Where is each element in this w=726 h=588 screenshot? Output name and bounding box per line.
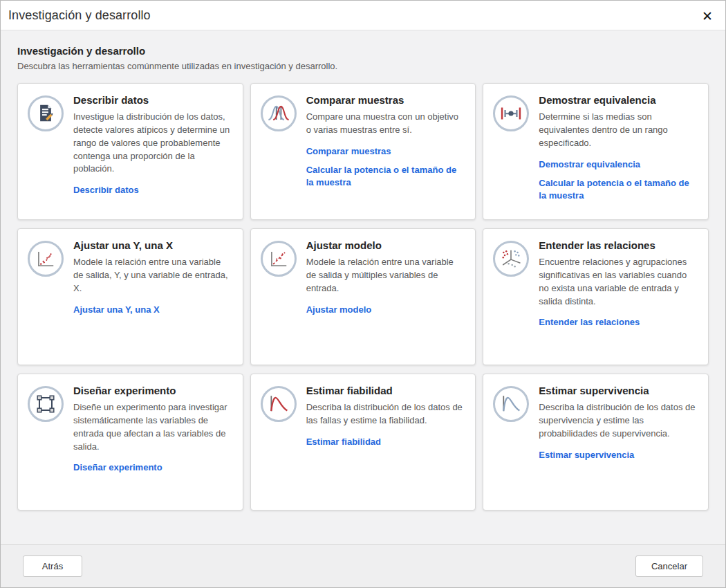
card-body: Demostrar equivalencia Determine si las … — [539, 94, 698, 208]
card-body: Comparar muestras Compare una muestra co… — [306, 94, 466, 195]
card-description: Diseñe un experimento para investigar si… — [73, 401, 233, 453]
card-link[interactable]: Describir datos — [73, 184, 233, 196]
reliability-icon — [261, 386, 297, 422]
research-development-dialog: Investigación y desarrollo ✕ Investigaci… — [0, 0, 726, 588]
back-button[interactable]: Atrás — [23, 555, 82, 577]
card-description: Investigue la distribución de los datos,… — [73, 111, 233, 176]
card-body: Describir datos Investigue la distribuci… — [73, 94, 233, 203]
card-description: Modele la relación entre una variable de… — [73, 256, 233, 295]
compare-samples-icon — [261, 95, 297, 131]
section-title: Investigación y desarrollo — [17, 45, 709, 57]
relationships-icon — [493, 241, 529, 277]
card-link[interactable]: Estimar fiabilidad — [306, 436, 466, 448]
tool-card: Estimar supervivencia Describa la distri… — [483, 374, 709, 511]
card-body: Ajustar modelo Modele la relación entre … — [306, 239, 466, 322]
card-title: Entender las relaciones — [539, 239, 698, 251]
card-description: Modele la relación entre una variable de… — [306, 256, 466, 295]
card-link[interactable]: Ajustar una Y, una X — [73, 304, 233, 316]
card-title: Comparar muestras — [306, 94, 466, 106]
card-description: Describa la distribución de los datos de… — [539, 401, 698, 441]
survival-icon — [493, 386, 529, 422]
card-body: Estimar supervivencia Describa la distri… — [539, 385, 698, 468]
tool-card: Demostrar equivalencia Determine si las … — [483, 83, 709, 220]
card-body: Ajustar una Y, una X Modele la relación … — [73, 239, 233, 322]
card-links: Diseñar experimento — [73, 461, 233, 474]
card-body: Diseñar experimento Diseñe un experiment… — [73, 385, 233, 481]
cancel-button[interactable]: Cancelar — [635, 555, 703, 577]
card-links: Comparar muestrasCalcular la potencia o … — [306, 145, 466, 190]
card-title: Demostrar equivalencia — [539, 94, 698, 106]
card-title: Diseñar experimento — [73, 385, 233, 396]
card-links: Describir datos — [73, 184, 233, 196]
describe-data-icon — [28, 95, 64, 131]
card-link[interactable]: Calcular la potencia o el tamaño de la m… — [539, 177, 698, 202]
dialog-content: Investigación y desarrollo Descubra las … — [1, 30, 725, 544]
tool-card: Describir datos Investigue la distribuci… — [17, 83, 243, 220]
card-link[interactable]: Estimar supervivencia — [539, 449, 698, 461]
fit-one-y-one-x-icon — [28, 241, 64, 277]
card-description: Compare una muestra con un objetivo o va… — [306, 111, 466, 137]
tool-card: Ajustar una Y, una X Modele la relación … — [17, 228, 243, 365]
card-description: Encuentre relaciones y agrupaciones sign… — [539, 256, 698, 308]
section-subtitle: Descubra las herramientas comúnmente uti… — [17, 61, 709, 71]
card-links: Estimar fiabilidad — [306, 436, 466, 448]
dialog-title: Investigación y desarrollo — [8, 8, 151, 23]
card-links: Ajustar una Y, una X — [73, 304, 233, 316]
design-experiment-icon — [28, 386, 64, 422]
card-body: Entender las relaciones Encuentre relaci… — [539, 239, 698, 336]
card-link[interactable]: Demostrar equivalencia — [539, 158, 698, 171]
card-description: Determine si las medias son equivalentes… — [539, 111, 698, 150]
tool-card: Diseñar experimento Diseñe un experiment… — [17, 374, 243, 511]
card-link[interactable]: Comparar muestras — [306, 145, 466, 158]
tool-card-grid: Describir datos Investigue la distribuci… — [17, 83, 709, 511]
tool-card: Entender las relaciones Encuentre relaci… — [483, 228, 709, 365]
card-links: Demostrar equivalenciaCalcular la potenc… — [539, 158, 698, 203]
tool-card: Comparar muestras Compare una muestra co… — [250, 83, 476, 220]
card-title: Ajustar modelo — [306, 239, 466, 251]
card-link[interactable]: Calcular la potencia o el tamaño de la m… — [306, 164, 466, 189]
equivalence-icon — [493, 95, 529, 131]
fit-model-icon — [261, 241, 297, 277]
card-title: Describir datos — [73, 94, 233, 106]
dialog-footer: Atrás Cancelar — [1, 544, 725, 587]
tool-card: Ajustar modelo Modele la relación entre … — [250, 228, 476, 365]
card-link[interactable]: Ajustar modelo — [306, 304, 466, 316]
card-title: Estimar supervivencia — [539, 385, 698, 396]
card-description: Describa la distribución de los datos de… — [306, 401, 466, 428]
card-link[interactable]: Diseñar experimento — [73, 461, 233, 474]
close-icon[interactable]: ✕ — [698, 6, 717, 26]
card-link[interactable]: Entender las relaciones — [539, 316, 698, 329]
tool-card: Estimar fiabilidad Describa la distribuc… — [250, 374, 476, 511]
dialog-titlebar: Investigación y desarrollo ✕ — [1, 1, 725, 30]
card-links: Estimar supervivencia — [539, 449, 698, 461]
card-links: Entender las relaciones — [539, 316, 698, 329]
card-title: Estimar fiabilidad — [306, 385, 466, 396]
card-links: Ajustar modelo — [306, 304, 466, 316]
card-body: Estimar fiabilidad Describa la distribuc… — [306, 385, 466, 454]
card-title: Ajustar una Y, una X — [73, 239, 233, 251]
